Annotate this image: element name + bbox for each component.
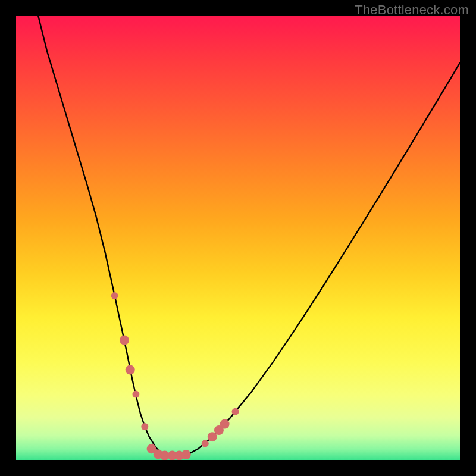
data-marker xyxy=(141,423,148,430)
data-marker xyxy=(232,408,239,415)
data-marker xyxy=(111,292,118,299)
data-marker xyxy=(132,391,139,398)
data-marker xyxy=(220,419,230,429)
gradient-background xyxy=(16,16,460,460)
data-marker xyxy=(126,365,135,375)
chart-container: TheBottleneck.com xyxy=(0,0,476,476)
plot-area xyxy=(16,16,460,460)
data-marker xyxy=(202,440,209,447)
chart-svg xyxy=(16,16,460,460)
data-marker xyxy=(181,450,191,459)
watermark: TheBottleneck.com xyxy=(355,2,469,18)
data-marker xyxy=(120,336,129,345)
